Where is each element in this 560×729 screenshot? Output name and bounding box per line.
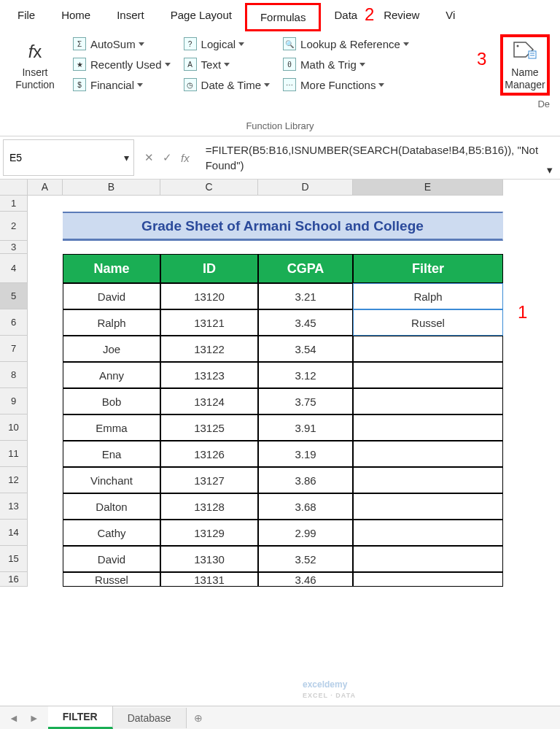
header-id[interactable]: ID <box>160 254 258 283</box>
formula-text: =FILTER(B5:B16,ISNUMBER(SEARCH(Database!… <box>206 144 538 171</box>
spreadsheet-grid[interactable]: A B C D E 1 2 Grade Sheet of Armani Scho… <box>0 180 560 690</box>
formula-input[interactable]: =FILTER(B5:B16,ISNUMBER(SEARCH(Database!… <box>197 136 556 179</box>
financial-button[interactable]: $Financial <box>69 75 175 94</box>
table-row: 5 David 13120 3.21 Ralph <box>0 283 560 309</box>
row-header-15[interactable]: 15 <box>0 546 28 572</box>
question-icon: ? <box>184 37 197 50</box>
row-header-7[interactable]: 7 <box>0 336 28 362</box>
group-insert-function: fx Insert Function <box>6 34 64 136</box>
row-header-2[interactable]: 2 <box>0 212 28 241</box>
table-row: 8 Anny 13123 3.12 <box>0 362 560 388</box>
sigma-icon: Σ <box>73 37 86 50</box>
title-cell[interactable]: Grade Sheet of Armani School and College <box>63 212 503 241</box>
enter-icon[interactable]: ✓ <box>163 151 172 164</box>
datetime-button[interactable]: ◷Date & Time <box>179 75 275 94</box>
autosum-button[interactable]: ΣAutoSum <box>69 34 175 53</box>
header-cgpa[interactable]: CGPA <box>258 254 353 283</box>
sheet-nav-arrows: ◄ ► <box>0 712 48 724</box>
name-box-dropdown-icon[interactable]: ▾ <box>120 152 133 163</box>
col-header-B[interactable]: B <box>63 180 160 196</box>
name-manager-button[interactable]: Name Manager <box>500 34 550 96</box>
clock-icon: ◷ <box>184 78 197 91</box>
more-functions-button[interactable]: ⋯More Functions <box>279 75 413 94</box>
ribbon-body: fx Insert Function ΣAutoSum ★Recently Us… <box>0 31 560 136</box>
fx-insert-icon[interactable]: fx <box>181 152 190 164</box>
table-row: 6 Ralph 13121 3.45 Russel <box>0 309 560 336</box>
new-sheet-button[interactable]: ⊕ <box>187 712 210 724</box>
select-all-corner[interactable] <box>0 180 28 196</box>
row-header-1[interactable]: 1 <box>0 196 28 212</box>
name-manager-label: Name Manager <box>505 66 545 91</box>
svg-point-0 <box>517 45 519 47</box>
star-icon: ★ <box>73 58 86 71</box>
row-header-3[interactable]: 3 <box>0 241 28 254</box>
row-header-10[interactable]: 10 <box>0 414 28 441</box>
svg-rect-1 <box>529 51 536 58</box>
logical-button[interactable]: ?Logical <box>179 34 275 53</box>
row-header-12[interactable]: 12 <box>0 467 28 493</box>
sheet-tab-filter[interactable]: FILTER <box>48 706 113 729</box>
tab-home[interactable]: Home <box>48 3 104 31</box>
row-header-9[interactable]: 9 <box>0 388 28 414</box>
text-button[interactable]: AText <box>179 55 275 74</box>
fx-icon: fx <box>22 39 48 65</box>
table-row: 14 Cathy 13129 2.99 <box>0 520 560 546</box>
tag-icon <box>512 39 538 65</box>
grid-rows: 1 2 Grade Sheet of Armani School and Col… <box>0 196 560 587</box>
table-row: 7 Joe 13122 3.54 <box>0 336 560 362</box>
table-row: 16 Russel 13131 3.46 <box>0 572 560 587</box>
tab-data[interactable]: Data <box>321 3 370 31</box>
search-icon: 🔍 <box>283 37 296 50</box>
lookup-button[interactable]: 🔍Lookup & Reference <box>279 34 413 53</box>
cell-E6[interactable]: Russel <box>353 309 503 336</box>
col-header-D[interactable]: D <box>258 180 353 196</box>
row-header-13[interactable]: 13 <box>0 493 28 520</box>
table-row: 15 David 13130 3.52 <box>0 546 560 572</box>
col-header-E[interactable]: E <box>353 180 503 196</box>
cancel-icon[interactable]: ✕ <box>144 151 154 164</box>
col-header-C[interactable]: C <box>160 180 258 196</box>
tab-formulas[interactable]: Formulas <box>245 3 322 31</box>
column-headers: A B C D E <box>0 180 560 196</box>
sheet-prev-icon[interactable]: ◄ <box>9 712 19 724</box>
row-header-5[interactable]: 5 <box>0 283 28 309</box>
annotation-1: 1 <box>518 302 527 323</box>
theta-icon: θ <box>283 58 296 71</box>
expand-formula-bar-icon[interactable]: ▾ <box>547 162 553 177</box>
formula-bar: ▾ ✕ ✓ fx =FILTER(B5:B16,ISNUMBER(SEARCH(… <box>0 136 560 180</box>
defined-names-label: De <box>500 96 550 114</box>
group-function-library: ΣAutoSum ★Recently Used $Financial ?Logi… <box>64 34 496 136</box>
row-header-11[interactable]: 11 <box>0 441 28 467</box>
tab-review[interactable]: Review <box>370 3 432 31</box>
row-header-4[interactable]: 4 <box>0 254 28 283</box>
row-header-8[interactable]: 8 <box>0 362 28 388</box>
text-icon: A <box>184 58 197 71</box>
tab-page-layout[interactable]: Page Layout <box>158 3 245 31</box>
cell-E5[interactable]: Ralph <box>353 283 503 309</box>
sheet-tab-bar: ◄ ► FILTER Database ⊕ <box>0 706 560 729</box>
name-box[interactable]: ▾ <box>3 139 134 176</box>
sheet-tab-database[interactable]: Database <box>113 708 187 728</box>
row-header-16[interactable]: 16 <box>0 572 28 587</box>
header-filter[interactable]: Filter <box>353 254 503 283</box>
table-row: 9 Bob 13124 3.75 <box>0 388 560 414</box>
header-name[interactable]: Name <box>63 254 160 283</box>
insert-function-label: Insert Function <box>15 66 55 91</box>
group-defined-names: 3 Name Manager De <box>496 34 554 136</box>
table-row: 11 Ena 13126 3.19 <box>0 441 560 467</box>
tab-file[interactable]: File <box>4 3 48 31</box>
annotation-2: 2 <box>365 4 374 25</box>
math-trig-button[interactable]: θMath & Trig <box>279 55 413 74</box>
insert-function-button[interactable]: fx Insert Function <box>10 34 60 96</box>
row-header-6[interactable]: 6 <box>0 309 28 336</box>
row-header-14[interactable]: 14 <box>0 520 28 546</box>
recently-used-button[interactable]: ★Recently Used <box>69 55 175 74</box>
col-header-A[interactable]: A <box>28 180 63 196</box>
tab-insert[interactable]: Insert <box>104 3 158 31</box>
sheet-next-icon[interactable]: ► <box>29 712 39 724</box>
tab-view[interactable]: Vi <box>432 3 468 31</box>
function-library-label: Function Library <box>69 117 491 136</box>
dots-icon: ⋯ <box>283 78 296 91</box>
formula-bar-buttons: ✕ ✓ fx <box>137 136 197 179</box>
name-box-input[interactable] <box>4 147 120 168</box>
